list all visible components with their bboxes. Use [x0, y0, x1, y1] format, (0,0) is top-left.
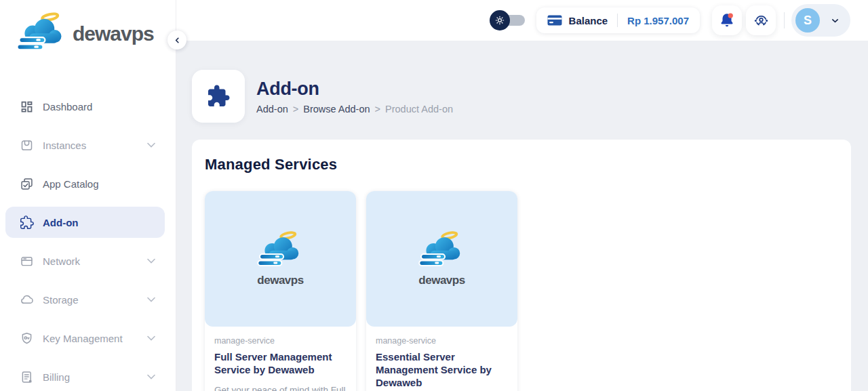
product-body: manage-service Essential Server Manageme…	[366, 327, 517, 391]
credit-card-icon	[547, 15, 562, 26]
dewavps-cloud-icon	[257, 230, 304, 272]
balance-widget[interactable]: Balance Rp 1.957.007	[536, 7, 700, 33]
managed-services-panel: Managed Services dewavps manage-service …	[192, 140, 851, 391]
puzzle-icon	[206, 84, 231, 108]
product-title: Full Server Management Service by Dewawe…	[214, 350, 347, 376]
sidebar-item-label: Billing	[43, 371, 70, 383]
page-icon-tile	[192, 70, 245, 123]
chevron-down-icon	[830, 16, 840, 26]
product-image: dewavps	[366, 191, 517, 327]
sidebar-menu: Dashboard Instances	[0, 91, 176, 391]
chevron-down-icon	[147, 258, 155, 264]
user-menu[interactable]: S	[791, 4, 850, 37]
support-button[interactable]	[746, 5, 776, 35]
support-icon	[753, 12, 770, 29]
product-title: Essential Server Management Service by D…	[376, 350, 508, 389]
divider	[784, 12, 785, 28]
brand-logo[interactable]: dewavps	[16, 9, 176, 58]
sidebar-item-label: Dashboard	[43, 101, 92, 112]
instances-icon	[19, 138, 34, 152]
content-area: Add-on Add-on > Browse Add-on > Product …	[176, 41, 868, 391]
chevron-down-icon	[147, 297, 155, 302]
sidebar-item-billing[interactable]: Billing	[5, 361, 165, 391]
avatar: S	[795, 8, 820, 33]
dashboard-icon	[19, 99, 34, 114]
product-card-essential-server-management[interactable]: dewavps manage-service Essential Server …	[366, 191, 517, 391]
sidebar-item-label: Storage	[43, 294, 79, 306]
breadcrumb-add-on[interactable]: Add-on	[256, 104, 288, 115]
breadcrumb-browse-add-on[interactable]: Browse Add-on	[303, 104, 370, 115]
theme-toggle[interactable]	[490, 9, 525, 31]
product-logo-text: dewavps	[257, 274, 303, 287]
app-root: dewavps Dashboard Instances	[0, 0, 868, 391]
sidebar-item-label: Network	[43, 255, 80, 267]
section-title: Managed Services	[205, 156, 837, 173]
sidebar-collapse-button[interactable]	[167, 30, 186, 49]
sidebar-item-key-management[interactable]: Key Management	[5, 323, 165, 354]
chevron-left-icon	[173, 36, 182, 45]
toggle-thumb	[490, 10, 510, 30]
key-management-icon	[19, 331, 34, 346]
dewavps-cloud-icon	[16, 12, 68, 57]
sidebar-item-instances[interactable]: Instances	[5, 129, 165, 161]
brand-name: dewavps	[73, 22, 154, 45]
topbar: Balance Rp 1.957.007	[176, 0, 868, 41]
sidebar-item-label: Add-on	[43, 217, 78, 228]
product-logo-text: dewavps	[418, 274, 465, 287]
breadcrumb-product-add-on: Product Add-on	[385, 104, 453, 115]
page-header: Add-on Add-on > Browse Add-on > Product …	[192, 70, 851, 123]
breadcrumb: Add-on > Browse Add-on > Product Add-on	[256, 104, 453, 115]
sidebar-item-label: Key Management	[43, 333, 123, 344]
sun-icon	[494, 15, 505, 26]
balance-label: Balance	[569, 15, 608, 26]
balance-amount: Rp 1.957.007	[627, 15, 689, 26]
network-icon	[19, 253, 34, 268]
chevron-down-icon	[147, 142, 155, 148]
chevron-down-icon	[147, 374, 155, 379]
app-catalog-icon	[19, 176, 34, 191]
sidebar-item-label: Instances	[43, 140, 86, 151]
dewavps-cloud-icon	[418, 230, 466, 272]
sidebar-item-storage[interactable]: Storage	[5, 284, 165, 315]
product-list: dewavps manage-service Full Server Manag…	[205, 191, 837, 391]
product-card-full-server-management[interactable]: dewavps manage-service Full Server Manag…	[205, 191, 356, 391]
bell-icon	[718, 12, 736, 29]
divider	[617, 14, 618, 27]
storage-icon	[19, 292, 34, 307]
sidebar-item-network[interactable]: Network	[5, 245, 165, 276]
product-tag: manage-service	[376, 336, 508, 346]
sidebar-item-app-catalog[interactable]: App Catalog	[5, 168, 165, 199]
main-area: Balance Rp 1.957.007	[176, 0, 868, 391]
breadcrumb-separator: >	[293, 104, 298, 115]
sidebar-item-label: App Catalog	[43, 178, 99, 190]
sidebar-item-add-on[interactable]: Add-on	[5, 207, 165, 238]
product-tag: manage-service	[214, 336, 347, 346]
chevron-down-icon	[147, 335, 155, 341]
add-on-icon	[19, 215, 34, 230]
sidebar: dewavps Dashboard Instances	[0, 0, 176, 391]
billing-icon	[19, 369, 34, 384]
sidebar-item-dashboard[interactable]: Dashboard	[5, 91, 165, 122]
product-image: dewavps	[205, 191, 356, 327]
page-title: Add-on	[256, 79, 453, 100]
product-description: Get your peace of mind with Full	[214, 384, 347, 391]
notifications-button[interactable]	[712, 5, 742, 35]
product-body: manage-service Full Server Management Se…	[205, 327, 356, 391]
breadcrumb-separator: >	[375, 104, 380, 115]
